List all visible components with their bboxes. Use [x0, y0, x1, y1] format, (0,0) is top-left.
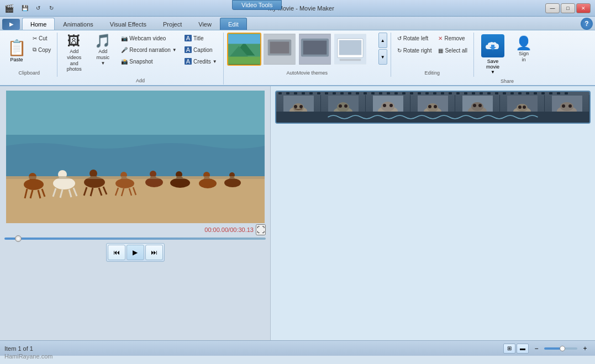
help-button[interactable]: ? — [581, 18, 593, 30]
theme-scroll-up[interactable]: ▲ — [378, 33, 387, 48]
film-hole — [518, 92, 522, 94]
tab-home[interactable]: Home — [22, 18, 55, 30]
paste-icon: 📋 — [7, 39, 27, 57]
caption-icon: A — [185, 46, 192, 53]
svg-point-84 — [473, 104, 476, 107]
film-hole — [441, 92, 444, 94]
svg-point-70 — [344, 104, 347, 108]
zoom-out-button[interactable]: − — [531, 344, 542, 354]
rotate-left-button[interactable]: ↺ Rotate left — [394, 33, 435, 44]
film-hole — [534, 92, 537, 94]
record-narration-button[interactable]: 🎤 Record narration ▼ — [118, 44, 179, 55]
cut-copy-column: ✂ Cut ⧉ Copy — [30, 33, 54, 68]
svg-rect-7 — [270, 41, 289, 53]
tab-visual-effects[interactable]: Visual Effects — [102, 18, 155, 30]
minimize-button[interactable]: — — [545, 3, 560, 13]
narration-dropdown-icon: ▼ — [172, 48, 177, 52]
add-videos-button[interactable]: 🖼 Add videos and photos — [61, 33, 87, 74]
remove-label: Remove — [444, 35, 465, 41]
rotate-right-button[interactable]: ↻ Rotate right — [394, 45, 435, 56]
film-hole — [425, 92, 429, 94]
save-movie-button[interactable]: Save movie ▼ — [477, 33, 508, 76]
theme-landscape[interactable] — [227, 33, 261, 66]
film-hole — [371, 92, 375, 94]
film-hole — [325, 92, 328, 94]
tab-project[interactable]: Project — [155, 18, 190, 30]
automovie-group: ▲ ▼ AutoMovie themes — [224, 33, 391, 77]
zoom-knob[interactable] — [560, 346, 565, 351]
add-music-button[interactable]: 🎵 Add music ▼ — [89, 33, 116, 67]
svg-point-68 — [337, 102, 349, 112]
video-preview — [6, 91, 265, 223]
credits-icon: A — [185, 58, 192, 65]
save-movie-dropdown-icon: ▼ — [491, 70, 495, 75]
zoom-in-button[interactable]: + — [580, 344, 591, 354]
theme-scroll-buttons: ▲ ▼ — [378, 33, 387, 65]
film-hole — [394, 92, 398, 94]
fullscreen-button[interactable]: ⛶ — [256, 224, 266, 235]
ribbon-tabs: ▶ Home Animations Visual Effects Project… — [0, 17, 595, 30]
status-item-info: Item 1 of 1 — [4, 345, 33, 352]
select-all-button[interactable]: ▦ Select all — [435, 45, 470, 56]
save-quick-btn[interactable]: 💾 — [19, 3, 30, 13]
theme-photo[interactable] — [333, 33, 367, 66]
share-label: Share — [474, 78, 540, 84]
file-menu-button[interactable]: ▶ — [2, 19, 20, 30]
video-preview-pane: 00:00.00/00:30.13 ⛶ ⏮ ▶ ⏭ — [0, 86, 271, 340]
film-hole — [294, 92, 297, 94]
view-buttons: ⊞ ▬ — [503, 344, 529, 354]
sign-in-label: Sign in — [519, 51, 529, 63]
svg-rect-3 — [228, 57, 260, 65]
maximize-button[interactable]: □ — [561, 3, 575, 13]
timeline-view-button[interactable]: ▬ — [517, 344, 529, 354]
theme-scroll-down[interactable]: ▼ — [378, 49, 387, 65]
tab-animations[interactable]: Animations — [55, 18, 101, 30]
snapshot-button[interactable]: 📸 Snapshot — [118, 56, 179, 67]
film-hole — [356, 92, 359, 94]
add-music-label: Add music — [97, 49, 110, 61]
sign-in-button[interactable]: 👤 Sign in — [510, 33, 537, 67]
next-frame-button[interactable]: ⏭ — [145, 245, 163, 260]
close-button[interactable]: ✕ — [576, 3, 591, 13]
share-group: Save movie ▼ 👤 Sign in Share — [474, 33, 540, 85]
credits-button[interactable]: A Credits ▼ — [182, 56, 220, 67]
copy-label: Copy — [38, 47, 51, 53]
copy-button[interactable]: ⧉ Copy — [30, 44, 54, 55]
film-strip[interactable] — [275, 91, 591, 124]
caption-button[interactable]: A Caption — [182, 44, 220, 55]
theme-gray2[interactable] — [298, 33, 332, 66]
rewind-button[interactable]: ⏮ — [108, 245, 125, 260]
title-bar: 🎬 💾 ↺ ↻ My Movie - Movie Maker Video Too… — [0, 0, 595, 17]
status-right: ⊞ ▬ − + — [503, 344, 591, 354]
redo-btn[interactable]: ↻ — [46, 3, 57, 13]
select-all-label: Select all — [445, 48, 467, 54]
play-button[interactable]: ▶ — [127, 245, 144, 260]
copy-icon: ⧉ — [33, 46, 36, 53]
title-button[interactable]: A Title — [182, 33, 220, 44]
rotate-right-icon: ↻ — [397, 48, 402, 54]
remove-icon: ✕ — [438, 35, 443, 41]
timeline-controls: 00:00.00/00:30.13 ⛶ — [4, 223, 266, 236]
tab-view[interactable]: View — [190, 18, 220, 30]
seek-knob[interactable] — [15, 235, 22, 242]
remove-button[interactable]: ✕ Remove — [435, 33, 470, 44]
theme-gray[interactable] — [262, 33, 297, 66]
film-hole — [418, 92, 421, 94]
tab-edit[interactable]: Edit — [220, 18, 247, 30]
storyboard-view-button[interactable]: ⊞ — [503, 344, 515, 354]
svg-point-64 — [294, 105, 297, 108]
seek-bar[interactable] — [4, 238, 266, 240]
svg-rect-10 — [303, 41, 327, 55]
svg-point-85 — [478, 104, 482, 107]
credits-label: Credits — [193, 59, 211, 65]
film-hole — [510, 92, 514, 94]
app-icon: 🎬 — [4, 4, 14, 13]
add-group: 🖼 Add videos and photos 🎵 Add music ▼ 📷 … — [57, 33, 223, 85]
cut-button[interactable]: ✂ Cut — [30, 33, 54, 44]
add-music-dropdown-icon: ▼ — [101, 61, 105, 66]
zoom-slider[interactable] — [544, 347, 577, 350]
undo-btn[interactable]: ↺ — [33, 3, 44, 13]
add-videos-icon: 🖼 — [67, 34, 81, 48]
paste-button[interactable]: 📋 Paste — [4, 33, 29, 68]
webcam-button[interactable]: 📷 Webcam video — [118, 33, 179, 44]
